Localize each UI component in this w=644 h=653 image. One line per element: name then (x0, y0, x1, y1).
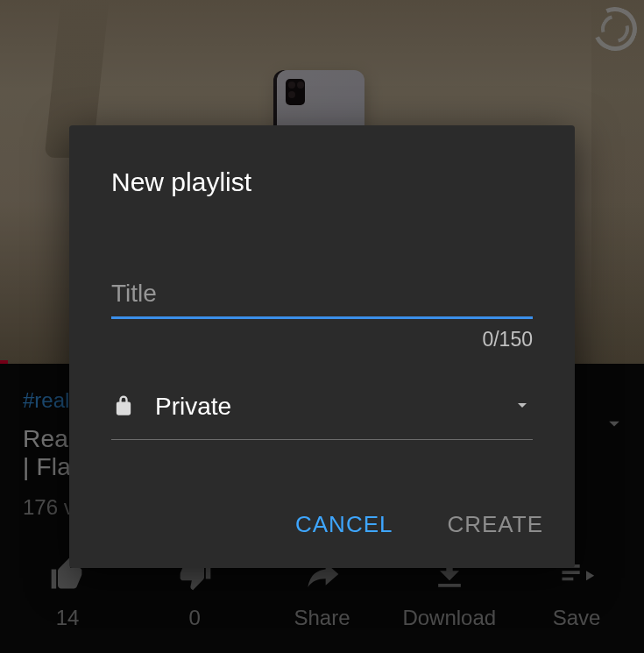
playlist-title-input[interactable] (111, 274, 533, 319)
lock-icon (111, 390, 136, 423)
privacy-dropdown[interactable]: Private (111, 390, 533, 440)
create-button[interactable]: CREATE (447, 511, 543, 538)
privacy-selected-value: Private (155, 393, 492, 421)
title-char-counter: 0/150 (111, 328, 533, 351)
caret-down-icon (512, 394, 533, 419)
dialog-title: New playlist (111, 167, 533, 197)
title-field: 0/150 (111, 274, 533, 351)
cancel-button[interactable]: CANCEL (295, 511, 393, 538)
dialog-actions: CANCEL CREATE (295, 511, 543, 538)
new-playlist-dialog: New playlist 0/150 Private CANCEL CREATE (69, 125, 575, 568)
